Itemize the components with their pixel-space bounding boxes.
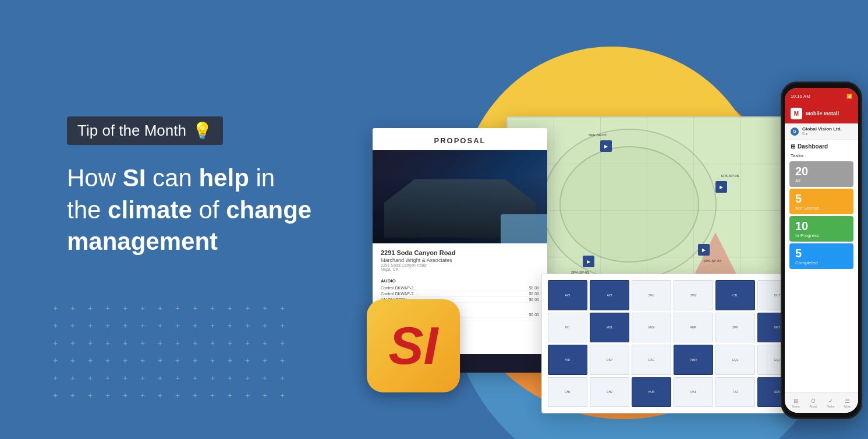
dot-decoration: + — [82, 352, 99, 369]
tech-diagram-inner: AV1 AV2 SW1 SW2 CTL OUT IN1 MX1 MX2 AMP … — [542, 274, 803, 413]
proposal-image — [373, 150, 547, 243]
phone-dashboard-title: ⊞ Dashboard — [785, 140, 858, 152]
stat-number-in-progress: 10 In Progress — [795, 220, 819, 238]
nav-item-more[interactable]: ☰ More — [844, 398, 851, 408]
dot-decoration: + — [151, 299, 169, 317]
dot-decoration: + — [116, 299, 134, 317]
dot-decoration: + — [64, 352, 82, 369]
dot-decoration: + — [239, 317, 256, 334]
dot-decoration: + — [256, 387, 274, 404]
nav-item-about[interactable]: ⏱ About — [810, 398, 817, 408]
headline-of: of — [192, 196, 226, 224]
dot-decoration: + — [169, 369, 186, 387]
stat-card-not-started: 5 Not Started — [789, 189, 853, 214]
company-name: Global Vision Ltd. — [802, 126, 842, 132]
phone-app-icon: M — [791, 108, 802, 119]
tech-block-3: SW1 — [632, 280, 671, 310]
nav-item-home[interactable]: ⊞ Home — [792, 398, 799, 408]
headline-help: help — [199, 164, 249, 192]
tech-block-23: TX1 — [715, 377, 755, 408]
dot-decoration: + — [274, 369, 291, 387]
proposal-company-address: 2291 Soda Canyon RoadNapa, CA — [381, 263, 539, 271]
dot-decoration: + — [64, 317, 82, 334]
company-icon: G — [791, 128, 799, 136]
stat-card-all: 20 All — [789, 161, 853, 187]
dot-decoration: + — [99, 352, 116, 369]
headline-text: How SI can help in the climate of change… — [67, 162, 311, 258]
tech-block-21: HUB — [632, 377, 671, 408]
phone-app-header: M Mobile Install — [785, 104, 858, 123]
floor-plan-arc2 — [559, 146, 699, 263]
dot-decoration: + — [169, 317, 186, 334]
grid-h1 — [507, 117, 785, 118]
dot-decoration: + — [221, 317, 239, 334]
tech-block-4: SW2 — [674, 280, 713, 310]
phone-bottom-nav[interactable]: ⊞ Home ⏱ About ✓ Tasks ☰ More — [785, 392, 858, 413]
fp-label-1: SPK-SP-05 — [589, 133, 607, 137]
dashboard-label: Dashboard — [798, 143, 828, 150]
speaker-4 — [698, 244, 710, 256]
dot-decoration: + — [82, 387, 99, 404]
dot-decoration: + — [151, 352, 169, 369]
fp-label-2: SPK-SP-06 — [721, 174, 739, 178]
nav-item-tasks[interactable]: ✓ Tasks — [827, 398, 835, 408]
tech-block-7: IN1 — [548, 313, 587, 343]
stat-number-all: 20 All — [795, 165, 808, 183]
home-nav-icon: ⊞ — [793, 398, 798, 404]
headline-the: the — [67, 196, 108, 224]
bulb-icon: 💡 — [192, 121, 212, 140]
dot-decoration: + — [221, 352, 239, 369]
dot-decoration: + — [204, 317, 221, 334]
dot-decoration: + — [134, 334, 151, 352]
si-logo-text: SI — [388, 316, 438, 376]
dot-decoration: + — [204, 352, 221, 369]
stat-number-not-started: 5 Not Started — [795, 192, 819, 211]
floor-plan-triangle — [692, 232, 739, 279]
proposal-line-2: Control DKWAP-2...$0.00 — [381, 291, 539, 297]
about-nav-label: About — [810, 405, 817, 408]
dot-decoration: + — [134, 352, 151, 369]
dot-decoration: + — [221, 387, 239, 404]
speaker-2 — [715, 181, 727, 193]
dot-decoration: + — [116, 334, 134, 352]
dot-decoration: + — [239, 369, 256, 387]
stat-card-in-progress: 10 In Progress — [789, 216, 853, 242]
tech-block-17: EQ1 — [715, 345, 755, 375]
dot-decoration: + — [47, 387, 64, 404]
si-logo: SI — [367, 299, 460, 392]
dot-decoration: + — [186, 334, 204, 352]
dot-decoration: + — [116, 387, 134, 404]
dot-decoration: + — [99, 387, 116, 404]
phone-company-bar: G Global Vision Ltd. 5 ▸ — [785, 123, 858, 140]
tasks-nav-label: Tasks — [827, 405, 835, 408]
dot-decoration: + — [151, 369, 169, 387]
main-container: Tip of the Month 💡 How SI can help in th… — [0, 0, 868, 439]
proposal-street: 2291 Soda Canyon Road — [381, 249, 539, 256]
tech-block-8: MX1 — [590, 313, 629, 343]
dot-decoration: + — [204, 369, 221, 387]
stat-card-completed: 5 Completed — [789, 243, 853, 269]
company-info: Global Vision Ltd. 5 ▸ — [802, 126, 842, 136]
dot-decoration: + — [99, 334, 116, 352]
phone-status-bar: 10:10 AM 📶 — [785, 88, 858, 104]
company-sub: 5 ▸ — [802, 132, 842, 136]
proposal-address: 2291 Soda Canyon Road Marchand Wright & … — [373, 243, 547, 275]
dot-decoration: + — [186, 352, 204, 369]
proposal-company: Marchand Wright & Associates — [381, 257, 539, 263]
tech-block-20: CH2 — [590, 377, 629, 408]
dot-decoration: + — [256, 352, 274, 369]
dot-decoration: + — [221, 369, 239, 387]
dot-decoration: + — [239, 352, 256, 369]
tech-block-10: AMP — [674, 313, 713, 343]
phone-screen: 10:10 AM 📶 M Mobile Install G Global Vis… — [785, 88, 858, 413]
pool-area — [501, 214, 547, 243]
dot-decoration: + — [221, 334, 239, 352]
dot-decoration: + — [116, 352, 134, 369]
headline-management: management — [67, 228, 218, 255]
dot-decoration: + — [274, 387, 291, 404]
proposal-audio-title: Audio — [381, 278, 539, 284]
tasks-nav-icon: ✓ — [828, 398, 833, 404]
dot-decoration: + — [116, 317, 134, 334]
headline-how: How — [67, 164, 123, 192]
dot-decoration: + — [186, 387, 204, 404]
